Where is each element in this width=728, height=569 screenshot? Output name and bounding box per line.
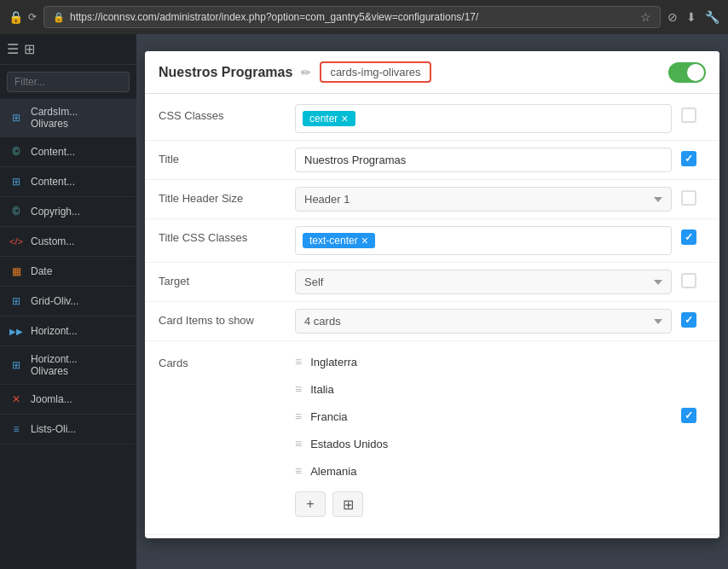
title-css-classes-label: Title CSS Classes bbox=[159, 226, 295, 244]
card-item-francia: ≡ Francia bbox=[295, 403, 672, 430]
target-select[interactable]: Self Blank bbox=[295, 270, 672, 294]
drag-handle-francia[interactable]: ≡ bbox=[295, 409, 302, 423]
sidebar-item-grid[interactable]: ⊞ Grid-Oliv... bbox=[0, 287, 136, 316]
sidebar-item-joomla[interactable]: ✕ Joomla... bbox=[0, 385, 136, 415]
card-items-select[interactable]: 1 card 2 cards 3 cards 4 cards 5 cards 6… bbox=[295, 309, 672, 334]
drag-handle-inglaterra[interactable]: ≡ bbox=[295, 355, 302, 369]
hamburger-icon[interactable]: ☰ bbox=[7, 41, 19, 57]
panel-header: Nuestros Programas ✏ cards-img-olivares bbox=[145, 51, 719, 94]
title-header-size-check[interactable] bbox=[681, 190, 696, 206]
cards-checkbox-container bbox=[672, 348, 706, 423]
address-lock-icon: 🔒 bbox=[53, 12, 65, 23]
refresh-icon[interactable]: ⟳ bbox=[28, 11, 37, 23]
title-check[interactable] bbox=[681, 151, 696, 166]
sidebar-label-horizont1: Horizont... bbox=[31, 325, 114, 337]
sidebar-icon-date: ▦ bbox=[9, 264, 24, 279]
drag-handle-italia[interactable]: ≡ bbox=[295, 382, 302, 396]
card-items-to-show-row: Card Items to show 1 card 2 cards 3 card… bbox=[145, 302, 719, 341]
cards-actions: + ⊞ bbox=[295, 485, 672, 524]
add-card-button[interactable]: + bbox=[295, 491, 326, 517]
target-label: Target bbox=[159, 270, 295, 287]
settings-icon[interactable]: 🔧 bbox=[705, 10, 719, 24]
sidebar-label-copyright: Copyrigh... bbox=[31, 206, 114, 218]
panel-toggle[interactable] bbox=[668, 62, 706, 83]
sidebar-item-lists[interactable]: ≡ Lists-Oli... bbox=[0, 415, 136, 444]
sidebar-icon-content2: ⊞ bbox=[9, 174, 24, 189]
apps-grid-icon[interactable]: ⊞ bbox=[24, 41, 35, 57]
target-row: Target Self Blank bbox=[145, 263, 719, 302]
sidebar-item-custom[interactable]: </> Custom... bbox=[0, 227, 136, 257]
form-body: CSS Classes center × bbox=[145, 94, 719, 538]
css-classes-input[interactable]: center × bbox=[295, 104, 672, 133]
edit-title-icon[interactable]: ✏ bbox=[301, 66, 311, 79]
sidebar-item-cards-img-olivares[interactable]: ⊞ CardsIm...Olivares bbox=[0, 99, 136, 137]
sidebar-label-content1: Content... bbox=[31, 146, 114, 158]
tag-close-text-center[interactable]: × bbox=[361, 235, 368, 247]
sidebar-icon-copyright: © bbox=[9, 204, 24, 219]
sidebar-item-content-1[interactable]: © Content... bbox=[0, 137, 136, 167]
title-css-classes-control: text-center × bbox=[295, 226, 672, 255]
card-item-inglaterra: ≡ Inglaterra bbox=[295, 348, 672, 375]
download-icon[interactable]: ⬇ bbox=[686, 10, 696, 24]
drag-handle-estados-unidos[interactable]: ≡ bbox=[295, 437, 302, 450]
address-bar[interactable]: 🔒 https://iconnsv.com/administrator/inde… bbox=[43, 6, 661, 28]
title-row: Title bbox=[145, 141, 719, 180]
css-classes-row: CSS Classes center × bbox=[145, 97, 719, 141]
sidebar-item-date[interactable]: ▦ Date bbox=[0, 257, 136, 287]
sidebar-label-content2: Content... bbox=[31, 176, 114, 188]
sidebar-label-joomla: Joomla... bbox=[31, 393, 114, 405]
card-label-inglaterra: Inglaterra bbox=[310, 356, 357, 369]
panel-id-tag: cards-img-olivares bbox=[320, 61, 430, 83]
sidebar-icon-horizont-olivares: ⊞ bbox=[9, 357, 24, 373]
profile-icon[interactable]: ⊘ bbox=[667, 10, 678, 24]
sidebar-label-date: Date bbox=[31, 265, 114, 277]
sidebar-label-lists: Lists-Oli... bbox=[31, 423, 114, 435]
title-input[interactable] bbox=[295, 148, 672, 172]
title-header-size-label: Title Header Size bbox=[159, 187, 295, 205]
css-classes-checkbox bbox=[672, 104, 706, 123]
title-label: Title bbox=[159, 148, 295, 165]
cards-check[interactable] bbox=[681, 408, 696, 423]
target-control: Self Blank bbox=[295, 270, 672, 294]
title-css-classes-input[interactable]: text-center × bbox=[295, 226, 672, 255]
bookmark-icon[interactable]: ☆ bbox=[640, 10, 651, 24]
card-item-alemania: ≡ Alemania bbox=[295, 457, 672, 485]
card-label-francia: Francia bbox=[310, 410, 347, 423]
title-header-size-control: Header 1 Header 2 Header 3 bbox=[295, 187, 672, 212]
card-item-estados-unidos: ≡ Estados Unidos bbox=[295, 430, 672, 457]
card-item-italia: ≡ Italia bbox=[295, 375, 672, 403]
card-items-label: Card Items to show bbox=[159, 309, 295, 327]
cards-row: Cards ≡ Inglaterra ≡ Italia ≡ Francia bbox=[145, 341, 719, 535]
sidebar-top: ☰ ⊞ bbox=[0, 34, 136, 65]
card-label-alemania: Alemania bbox=[310, 465, 356, 478]
sidebar-icon-joomla: ✕ bbox=[9, 392, 24, 407]
css-classes-check[interactable] bbox=[681, 107, 696, 123]
grid-view-button[interactable]: ⊞ bbox=[332, 491, 363, 517]
target-check[interactable] bbox=[681, 273, 696, 288]
title-checkbox-container bbox=[672, 148, 706, 166]
browser-right-icons: ⊘ ⬇ 🔧 bbox=[667, 10, 719, 24]
sidebar-item-content-2[interactable]: ⊞ Content... bbox=[0, 167, 136, 197]
drag-handle-alemania[interactable]: ≡ bbox=[295, 464, 302, 478]
cards-list: ≡ Inglaterra ≡ Italia ≡ Francia ≡ bbox=[295, 348, 672, 524]
card-items-control: 1 card 2 cards 3 cards 4 cards 5 cards 6… bbox=[295, 309, 672, 334]
title-header-size-select[interactable]: Header 1 Header 2 Header 3 bbox=[295, 187, 672, 212]
cards-label: Cards bbox=[159, 348, 295, 369]
sidebar-item-horizont-olivares[interactable]: ⊞ Horizont...Olivares bbox=[0, 346, 136, 385]
content-area: Nuestros Programas ✏ cards-img-olivares … bbox=[136, 34, 728, 569]
sidebar-filter-container bbox=[0, 65, 136, 99]
title-css-classes-check[interactable] bbox=[681, 229, 696, 245]
sidebar-item-horizont1[interactable]: ▶▶ Horizont... bbox=[0, 316, 136, 346]
card-items-check[interactable] bbox=[681, 312, 696, 328]
sidebar-filter-input[interactable] bbox=[7, 72, 130, 92]
tag-label-center: center bbox=[309, 113, 338, 125]
card-label-estados-unidos: Estados Unidos bbox=[310, 438, 388, 450]
sidebar-label-cards: CardsIm...Olivares bbox=[31, 106, 114, 130]
title-header-size-checkbox-container bbox=[672, 187, 706, 206]
sidebar-item-copyright[interactable]: © Copyrigh... bbox=[0, 197, 136, 227]
title-header-size-row: Title Header Size Header 1 Header 2 Head… bbox=[145, 180, 719, 219]
tag-close-center[interactable]: × bbox=[341, 113, 348, 125]
css-class-tag-center: center × bbox=[303, 111, 355, 126]
sidebar-icon-cards: ⊞ bbox=[9, 110, 24, 125]
sidebar-icon-grid: ⊞ bbox=[9, 293, 24, 309]
